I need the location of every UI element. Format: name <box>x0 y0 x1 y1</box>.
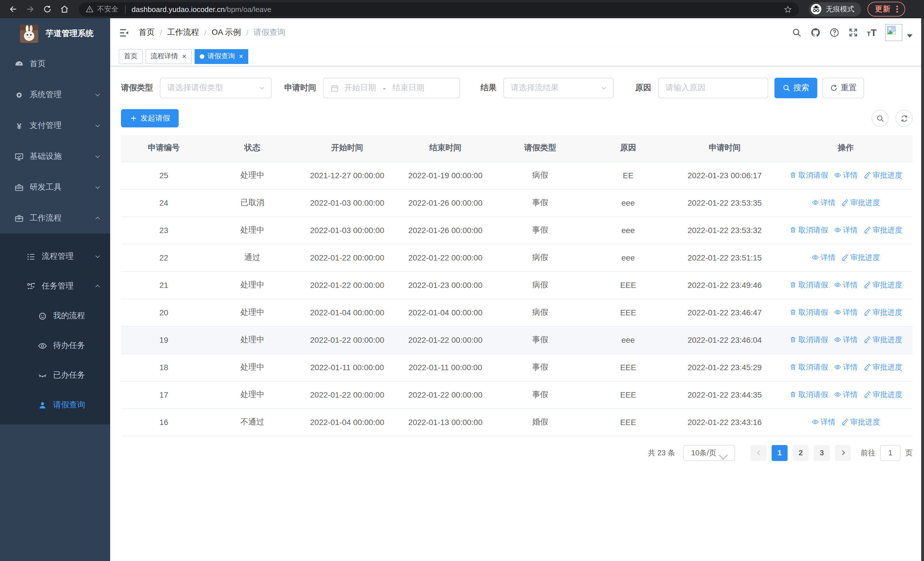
apply-time-range-picker[interactable]: 开始日期 - 结束日期 <box>323 78 460 98</box>
detail-link[interactable]: 详情 <box>834 307 858 317</box>
cell-end: 2022-01-11 00:00:00 <box>396 353 495 381</box>
breadcrumb-workflow[interactable]: 工作流程 <box>167 27 199 38</box>
avatar[interactable] <box>885 24 902 41</box>
sidebar-item-my-process[interactable]: 我的流程 <box>0 301 110 331</box>
cell-status: 处理中 <box>207 271 298 299</box>
detail-link[interactable]: 详情 <box>834 390 858 400</box>
url-path[interactable]: /bpm/oa/leave <box>225 5 272 14</box>
reload-icon[interactable] <box>43 5 52 14</box>
url-host[interactable]: dashboard.yudao.iocoder.cn <box>132 5 225 14</box>
cancel-link[interactable]: 取消请假 <box>789 390 828 400</box>
reset-button[interactable]: 重置 <box>822 78 864 98</box>
end-date-placeholder[interactable]: 结束日期 <box>392 83 424 93</box>
sidebar-item-task-mgmt[interactable]: 任务管理 <box>0 271 110 301</box>
progress-link[interactable]: 审批进度 <box>841 198 880 208</box>
font-size-icon[interactable]: TT <box>867 28 877 37</box>
result-select[interactable]: 请选择流结果 <box>503 78 614 98</box>
breadcrumb-home[interactable]: 首页 <box>139 27 154 38</box>
table-row: 24已取消2022-01-03 00:00:002022-01-26 00:00… <box>121 189 913 217</box>
progress-link[interactable]: 审批进度 <box>841 417 880 427</box>
security-label[interactable]: 不安全 <box>97 4 118 14</box>
close-icon[interactable]: × <box>239 53 243 60</box>
browser-menu-icon[interactable] <box>894 5 901 13</box>
sidebar-item-payment[interactable]: 支付管理 <box>0 110 110 141</box>
cancel-link[interactable]: 取消请假 <box>789 170 828 180</box>
cancel-link[interactable]: 取消请假 <box>789 335 828 345</box>
search-icon[interactable] <box>792 27 802 38</box>
progress-link[interactable]: 审批进度 <box>864 307 902 317</box>
cell-reason: EEE <box>586 381 670 409</box>
cell-applied: 2022-01-22 23:43:16 <box>670 409 779 436</box>
detail-link[interactable]: 详情 <box>834 362 858 373</box>
sidebar-item-system[interactable]: 系统管理 <box>0 80 110 110</box>
sidebar-item-devtools[interactable]: 研发工具 <box>0 172 110 203</box>
sidebar-item-infra[interactable]: 基础设施 <box>0 141 110 172</box>
update-label[interactable]: 更新 <box>875 4 891 14</box>
detail-link[interactable]: 详情 <box>834 335 858 345</box>
cell-reason: eee <box>586 244 670 271</box>
progress-link[interactable]: 审批进度 <box>864 335 902 345</box>
cell-start: 2022-01-11 00:00:00 <box>298 353 396 381</box>
address-bar[interactable]: 不安全 dashboard.yudao.iocoder.cn /bpm/oa/l… <box>79 2 799 16</box>
cancel-link[interactable]: 取消请假 <box>789 280 828 290</box>
back-icon[interactable] <box>9 5 18 14</box>
tag-home[interactable]: 首页 <box>119 49 142 64</box>
breadcrumb-oa[interactable]: OA 示例 <box>212 27 241 38</box>
sidebar-item-workflow[interactable]: 工作流程 <box>0 203 110 234</box>
sidebar-item-process-mgmt[interactable]: 流程管理 <box>0 242 110 271</box>
cancel-link[interactable]: 取消请假 <box>789 362 828 373</box>
help-icon[interactable] <box>829 27 840 38</box>
sidebar-item-leave-query[interactable]: 请假查询 <box>0 390 110 420</box>
prev-page-button[interactable] <box>750 445 766 461</box>
progress-link[interactable]: 审批进度 <box>864 362 902 373</box>
cell-applied: 2022-01-23 00:06:17 <box>670 162 779 189</box>
insecure-warning-icon[interactable] <box>86 5 94 13</box>
progress-link[interactable]: 审批进度 <box>841 253 880 263</box>
home-icon[interactable] <box>60 5 69 14</box>
progress-link[interactable]: 审批进度 <box>864 390 902 400</box>
sidebar-collapse-icon[interactable] <box>119 27 129 38</box>
search-button[interactable]: 搜索 <box>774 78 817 98</box>
page-button-3[interactable]: 3 <box>814 445 830 461</box>
sidebar-item-todo-tasks[interactable]: 待办任务 <box>0 331 110 361</box>
page-size-select[interactable]: 10条/页 <box>683 445 735 461</box>
forward-icon[interactable] <box>26 5 35 14</box>
tag-leave-query[interactable]: 请假查询 × <box>194 49 248 64</box>
start-date-placeholder[interactable]: 开始日期 <box>344 83 376 93</box>
cancel-link[interactable]: 取消请假 <box>789 225 828 235</box>
chevron-down-icon <box>94 184 101 191</box>
progress-link[interactable]: 审批进度 <box>864 170 902 180</box>
progress-link[interactable]: 审批进度 <box>864 225 902 235</box>
fullscreen-icon[interactable] <box>848 27 858 38</box>
cancel-link[interactable]: 取消请假 <box>789 307 828 317</box>
detail-link[interactable]: 详情 <box>812 417 836 427</box>
github-icon[interactable] <box>810 27 821 38</box>
goto-page-input[interactable]: 1 <box>880 445 901 461</box>
cell-id: 20 <box>121 299 207 326</box>
chevron-down-icon[interactable] <box>907 34 913 38</box>
create-leave-button[interactable]: 发起请假 <box>121 109 178 127</box>
page-button-1[interactable]: 1 <box>772 445 788 461</box>
sidebar-item-home[interactable]: 首页 <box>0 48 110 80</box>
sidebar: 芋道管理系统 首页 系统管理 支付管理 <box>0 18 110 561</box>
next-page-button[interactable] <box>835 445 851 461</box>
close-icon[interactable]: × <box>182 53 186 60</box>
sidebar-item-done-tasks[interactable]: 已办任务 <box>0 361 110 390</box>
chevron-down-icon <box>94 122 101 129</box>
leave-type-select[interactable]: 请选择请假类型 <box>160 78 272 98</box>
detail-link[interactable]: 详情 <box>834 280 858 290</box>
tag-process-detail[interactable]: 流程详情 × <box>146 49 192 64</box>
browser-update-button[interactable]: 更新 <box>867 2 905 17</box>
progress-link[interactable]: 审批进度 <box>864 280 902 290</box>
detail-link[interactable]: 详情 <box>834 225 858 235</box>
reason-input[interactable]: 请输入原因 <box>658 78 768 98</box>
detail-link[interactable]: 详情 <box>812 253 836 263</box>
bookmark-star-icon[interactable] <box>784 5 792 14</box>
show-search-button[interactable] <box>872 110 889 127</box>
detail-link[interactable]: 详情 <box>834 170 858 180</box>
refresh-table-button[interactable] <box>896 110 913 127</box>
cell-status: 不通过 <box>207 409 298 436</box>
page-button-2[interactable]: 2 <box>793 445 809 461</box>
table-row: 18处理中2022-01-11 00:00:002022-01-11 00:00… <box>121 353 913 381</box>
detail-link[interactable]: 详情 <box>812 198 836 208</box>
